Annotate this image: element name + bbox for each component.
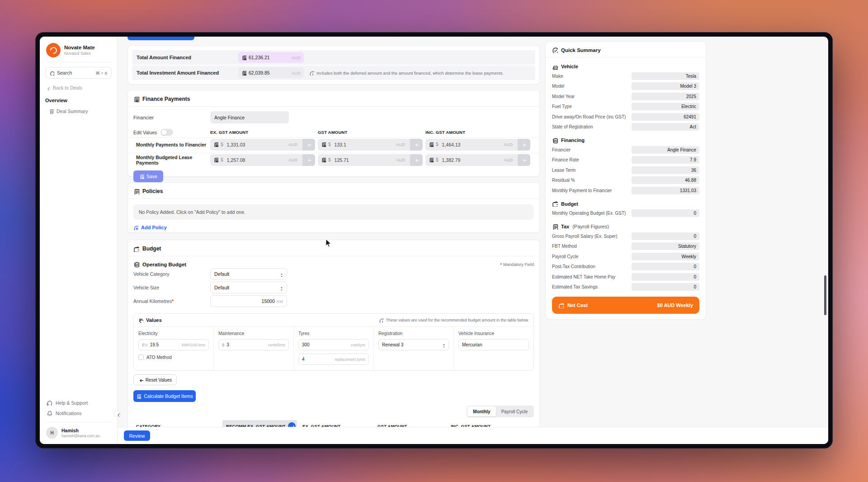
calculate-budget-items-button[interactable]: Calculate Budget Items <box>133 390 196 402</box>
summary-value: 1331.03 <box>632 187 699 194</box>
maintenance-input[interactable]: $ 3 cents/kms <box>218 339 289 350</box>
vehicle-insurance-input[interactable]: Mercurian <box>458 339 529 350</box>
ex-gst-input[interactable]: $ 1,331.03 AUD <box>210 139 315 151</box>
undo-icon <box>138 378 143 383</box>
search-input[interactable]: Search ⌘ + K <box>45 67 112 79</box>
summary-row: Lease Term36 <box>552 165 699 175</box>
summary-value: 7.9 <box>632 156 699 164</box>
investment-info: Includes both the deferred amount and th… <box>309 71 504 76</box>
scrolled-partial-button[interactable] <box>127 37 194 40</box>
sidebar-collapse-button[interactable] <box>114 410 121 417</box>
search-placeholder: Search <box>57 70 72 76</box>
summary-row: Model Year2025 <box>552 91 699 102</box>
summary-value: 62491 <box>632 113 699 121</box>
info-icon <box>309 71 314 76</box>
calculator-icon <box>136 394 141 399</box>
avatar: H <box>46 427 58 439</box>
gst-input[interactable]: $ 133.1 AUD <box>318 139 423 151</box>
summary-value: 2025 <box>632 93 699 100</box>
undo-button[interactable] <box>518 154 530 166</box>
registration-select[interactable]: Renewal 3 <box>378 339 449 350</box>
summary-value: 36 <box>632 166 699 174</box>
col-inc-gst: INC. GST AMOUNT <box>425 130 530 135</box>
summary-row: Monthly Operating Budget (Ex. GST)0 <box>552 208 699 219</box>
inc-gst-input[interactable]: $ 1,464.13 AUD <box>425 139 530 151</box>
vehicle-category-select[interactable]: Default <box>210 268 287 280</box>
summary-row: MakeTesla <box>552 71 699 81</box>
user-profile[interactable]: H Hamish hamish@karia.com.au <box>45 426 112 439</box>
annual-kilometres-input[interactable]: 15000 KM <box>210 295 287 307</box>
summary-value: 0 <box>632 209 699 217</box>
tyre-cost-input[interactable]: 300 cost/tyre <box>298 339 369 350</box>
summary-value: 0 <box>632 283 699 291</box>
replacement-tyres-input[interactable]: 4 replacement tyres <box>298 354 369 365</box>
calculator-icon <box>241 71 246 76</box>
operating-budget-header: Operating Budget * Mandatory Field <box>133 261 534 267</box>
ex-gst-input[interactable]: $ 1,257.08 AUD <box>210 154 315 166</box>
reset-values-button[interactable]: Reset Values <box>133 374 177 385</box>
budget-header: Budget <box>133 246 534 252</box>
vehicle-category-row: Vehicle Category Default <box>133 267 534 281</box>
edit-values-label: Edit Values <box>133 130 157 135</box>
bell-icon <box>46 410 52 416</box>
summary-row: State of RegistrationAct <box>552 122 699 132</box>
overview-section-label: Overview <box>45 98 112 103</box>
summary-row: FBT MethodStatutory <box>552 241 699 252</box>
summary-value: Angle Finance <box>632 146 699 154</box>
edit-values-toggle[interactable] <box>160 129 173 136</box>
undo-button[interactable] <box>302 154 315 166</box>
undo-icon <box>522 157 527 162</box>
financed-amounts-card: Total Amount Financed 61,236.21 AUD Tota… <box>127 46 540 85</box>
user-name: Hamish <box>61 428 100 433</box>
undo-button[interactable] <box>302 139 315 151</box>
undo-button[interactable] <box>410 139 423 151</box>
no-policy-notice: No Policy Added. Click on "Add Policy" t… <box>133 204 534 220</box>
tab-payroll-cycle[interactable]: Payroll Cycle <box>496 406 533 416</box>
vertical-scrollbar[interactable] <box>824 275 826 315</box>
back-to-deals-link[interactable]: Back to Deals <box>45 85 112 90</box>
policies-card: Policies No Policy Added. Click on "Add … <box>127 182 540 233</box>
calculator-icon <box>241 55 246 60</box>
wallet-icon <box>133 246 139 252</box>
sidebar: Novate Mate Novated Sales Search ⌘ + K B… <box>40 37 118 444</box>
inc-gst-input[interactable]: $ 1,382.79 AUD <box>425 154 530 166</box>
ato-method-checkbox[interactable]: ATO Method <box>138 354 209 360</box>
undo-button[interactable] <box>410 154 423 166</box>
quick-summary-panel: Quick Summary Vehicle MakeTesla ModelMod… <box>545 41 706 320</box>
help-support-link[interactable]: Help & Support <box>45 397 112 408</box>
policies-header: Policies <box>133 188 534 194</box>
total-amount-financed-input[interactable]: 61,236.21 AUD <box>238 52 304 63</box>
app-logo-icon <box>46 43 61 57</box>
undo-icon <box>307 142 311 147</box>
undo-icon <box>414 142 419 147</box>
calculator-icon <box>213 142 218 147</box>
financier-input[interactable]: Angle Finance <box>210 111 289 123</box>
calculator-icon <box>213 157 218 162</box>
save-button[interactable]: Save <box>133 170 163 182</box>
budget-card: Budget Operating Budget * Mandatory Fiel… <box>127 240 540 429</box>
summary-row: Drive away/On Road Price (inc GST)62491 <box>552 112 699 122</box>
tab-monthly[interactable]: Monthly <box>467 406 495 416</box>
document-icon <box>133 189 139 194</box>
gst-input[interactable]: $ 125.71 AUD <box>318 154 423 166</box>
notifications-link[interactable]: Notifications <box>45 408 112 418</box>
calculator-icon <box>321 157 326 162</box>
sidebar-item-deal-summary[interactable]: Deal Summary <box>45 107 112 116</box>
add-policy-button[interactable]: Add Policy <box>133 225 534 230</box>
calculator-icon <box>429 157 434 162</box>
finance-payments-header: Finance Payments <box>133 96 534 102</box>
electricity-input[interactable]: EV 19.5 kWh/100 kms <box>138 339 209 350</box>
calculator-icon <box>429 142 434 147</box>
total-investment-input[interactable]: 62,039.85 AUD <box>238 67 304 78</box>
col-gst: GST AMOUNT <box>318 130 423 135</box>
summary-row: Monthly Payment to Financier1331.03 <box>552 185 699 196</box>
columns-header-row: Edit Values EX. GST AMOUNT GST AMOUNT IN… <box>133 129 534 136</box>
review-button[interactable]: Review <box>124 430 150 441</box>
vehicle-section-header: Vehicle <box>552 62 699 71</box>
stepper-icon <box>278 272 283 277</box>
car-icon <box>552 64 558 70</box>
budget-section-header: Budget <box>552 199 699 208</box>
vehicle-size-select[interactable]: Default <box>210 282 287 293</box>
undo-button[interactable] <box>518 139 530 151</box>
electricity-column: Electricity EV 19.5 kWh/100 kms ATO Meth… <box>134 327 214 370</box>
